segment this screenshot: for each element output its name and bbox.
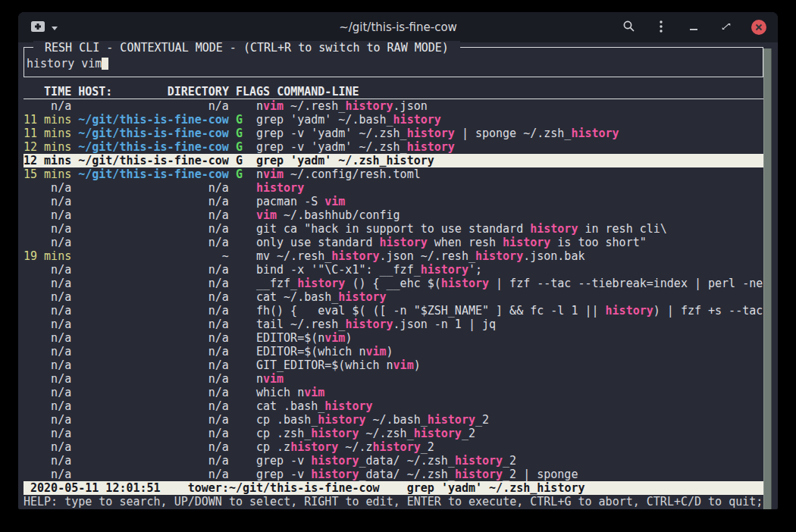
row-command: grep -v history_data/ ~/.zsh_history_2 |… [256,468,578,481]
row-time: n/a [24,318,71,331]
restore-icon [721,21,732,34]
row-directory: n/a [78,399,229,413]
history-row[interactable]: n/an/apacman -S vim [24,195,763,208]
command-text: ~/.resh_ [284,99,345,113]
history-row[interactable]: n/an/aonly use standard history when res… [24,236,763,249]
search-match-text: history [331,249,379,263]
row-command: nvim [256,372,284,386]
command-text: grep -v [256,454,311,468]
new-tab-button[interactable] [30,20,58,35]
history-row[interactable]: n/an/anvim ~/.resh_history.json [24,99,763,113]
row-time: 11 mins [24,113,71,127]
command-text: _2 [475,413,489,427]
history-row[interactable]: n/an/agrep -v history_data/ ~/.zsh_histo… [24,468,763,481]
history-row[interactable]: n/an/a__fzf_history () { __ehc $(history… [24,277,763,290]
row-time: n/a [24,399,71,413]
history-row[interactable]: n/an/agit ca "hack in support to use sta… [24,222,763,236]
row-directory: n/a [78,181,229,195]
history-row[interactable]: n/an/acp .zsh_history ~/.zsh_history_2 [24,427,763,440]
command-text: n [256,372,263,386]
row-directory: ~/git/this-is-fine-cow [78,154,229,167]
command-text: | fzf --tac --tiebreak=index | perl -ne [489,277,763,290]
row-directory: n/a [78,290,229,304]
menu-button[interactable] [653,19,669,36]
scrollbar-thumb[interactable] [763,49,772,509]
command-text: grep 'yadm' ~/.bash_ [256,113,393,127]
search-match-text: vim [365,345,386,358]
history-row[interactable]: 11 mins~/git/this-is-fine-cowGgrep 'yadm… [24,113,763,127]
row-command: git ca "hack in support to use standard … [256,222,667,236]
search-match-text: history [414,427,462,440]
row-command: cp .bash_history ~/.bash_history_2 [256,413,489,427]
history-row[interactable]: n/an/avim ~/.bashhub/config [24,208,763,222]
command-text: __fzf_ [256,277,297,290]
command-text: ~/.z [338,440,372,454]
row-flags: G [236,127,249,140]
history-row[interactable]: n/an/acat ~/.bash_history [24,290,763,304]
restore-button[interactable] [718,19,735,36]
search-match-text: history [441,277,489,290]
search-input[interactable]: history vim [27,57,760,70]
search-match-text: history [338,290,386,304]
command-text: EDITOR=$(n [256,331,324,345]
history-row[interactable]: n/an/anvim [24,372,763,386]
search-match-text: history [455,468,503,481]
history-row[interactable]: n/an/aEDITOR=$(which nvim) [24,345,763,358]
row-time: n/a [24,263,71,277]
history-row[interactable]: 12 mins~/git/this-is-fine-cowGgrep -v 'y… [24,140,763,154]
close-button[interactable] [751,19,767,36]
history-row[interactable]: n/an/aEDITOR=$(nvim) [24,331,763,345]
minimize-button[interactable] [685,19,702,36]
command-text: _2 | sponge [503,468,578,481]
command-text: _2 [421,440,434,454]
history-row[interactable]: 12 mins~/git/this-is-fine-cowGgrep 'yadm… [24,154,763,167]
history-row[interactable]: n/an/abind -x '"\C-x1": __fzf_history'; [24,263,763,277]
search-match-text: history [297,277,345,290]
command-text: grep -v 'yadm' ~/.zsh_ [256,140,407,154]
command-text: grep -v 'yadm' ~/.zsh_ [256,127,407,140]
history-row[interactable]: 11 mins~/git/this-is-fine-cowGgrep -v 'y… [24,127,763,140]
command-text: cat .bash_ [256,399,324,413]
history-row[interactable]: n/an/acp .bash_history ~/.bash_history_2 [24,413,763,427]
row-time: n/a [24,304,71,318]
row-time: n/a [24,208,71,222]
history-row[interactable]: n/an/awhich nvim [24,386,763,399]
history-row[interactable]: n/an/atail ~/.resh_history.json -n 1 | j… [24,318,763,331]
row-directory: n/a [78,413,229,427]
row-command: grep -v history_data/ ~/.zsh_history_2 [256,454,516,468]
history-row[interactable]: n/an/acp .zhistory ~/.zhistory_2 [24,440,763,454]
search-match-text: vim [263,99,284,113]
command-text: ) [345,331,352,345]
search-match-text: history [428,413,475,427]
command-text: ~/.bashhub/config [277,208,400,222]
row-command: cat .bash_history [256,399,373,413]
history-row[interactable]: n/an/agrep -v history_data/ ~/.zsh_histo… [24,454,763,468]
history-row[interactable]: n/an/afh() { eval $( ([ -n "$ZSH_NAME" ]… [24,304,763,318]
titlebar: ~/git/this-is-fine-cow [18,12,778,42]
new-terminal-icon [30,20,45,35]
chevron-down-icon [51,22,58,33]
command-text: fh() { eval $( ([ -n "$ZSH_NAME" ] && fc… [256,304,606,318]
history-row[interactable]: n/an/ahistory [24,181,763,195]
command-text: EDITOR=$(which n [256,345,366,358]
scrollbar[interactable] [763,49,772,509]
row-time: 15 mins [24,167,71,181]
history-row[interactable]: 15 mins~/git/this-is-fine-cowGnvim ~/.co… [24,167,763,181]
search-button[interactable] [620,19,637,36]
command-text: () { __ehc $( [345,277,440,290]
history-row[interactable]: 19 mins~mv ~/.resh_history.json ~/.resh_… [24,249,763,263]
status-bar: 2020-05-11 12:01:51 tower:~/git/this-is-… [24,481,763,495]
search-match-text: history [311,427,359,440]
search-match-text: history [373,440,421,454]
history-row[interactable]: n/an/acat .bash_history [24,399,763,413]
row-directory: n/a [78,208,229,222]
command-text: ) [414,358,421,372]
row-time: n/a [24,222,71,236]
row-flags: G [236,113,249,127]
search-match-text: history [256,181,304,195]
row-directory: n/a [78,304,229,318]
history-row[interactable]: n/an/aGIT_EDITOR=$(which nvim) [24,358,763,372]
row-flags: G [236,140,249,154]
row-time: n/a [24,290,71,304]
row-directory: ~ [78,249,229,263]
